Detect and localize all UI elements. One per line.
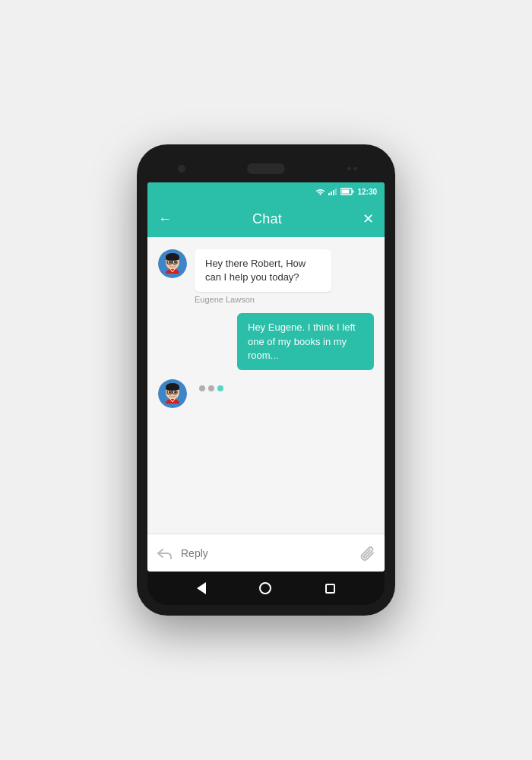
camera [178, 165, 185, 173]
dot2 [353, 167, 357, 171]
phone-device: 12:30 ← Chat ✕ [137, 144, 395, 616]
svg-point-0 [320, 194, 321, 195]
attach-icon[interactable] [360, 546, 375, 561]
wifi-icon [315, 188, 325, 195]
home-circle [259, 582, 271, 594]
nav-back-button[interactable] [197, 582, 206, 594]
input-bar [147, 534, 385, 572]
avatar-eugene [158, 249, 187, 278]
svg-point-22 [174, 391, 176, 394]
typing-dot-1 [199, 385, 205, 391]
nav-home-button[interactable] [259, 582, 271, 594]
signal-icon [328, 188, 337, 195]
typing-indicator [195, 379, 228, 397]
received-bubble: Hey there Robert, How can I help you tod… [195, 249, 331, 292]
sender-name: Eugene Lawson [195, 295, 331, 304]
app-header: ← Chat ✕ [147, 201, 385, 237]
received-text: Hey there Robert, How can I help you tod… [205, 258, 306, 283]
dot1 [347, 167, 351, 171]
message-row-received: Hey there Robert, How can I help you tod… [158, 249, 374, 304]
svg-rect-11 [166, 257, 179, 260]
sent-bubble: Hey Eugene. I think I left one of my boo… [237, 313, 374, 370]
avatar-svg [158, 249, 187, 278]
message-row-typing [158, 379, 374, 408]
nav-recents-button[interactable] [325, 584, 335, 594]
svg-rect-7 [353, 191, 354, 193]
svg-point-21 [169, 391, 171, 394]
header-title: Chat [252, 211, 282, 227]
svg-rect-20 [166, 387, 179, 390]
dots [347, 167, 357, 171]
typing-dot-2 [208, 385, 214, 391]
reply-input[interactable] [181, 547, 353, 559]
battery-icon [340, 188, 354, 195]
svg-point-12 [169, 261, 171, 264]
received-message-content: Hey there Robert, How can I help you tod… [195, 249, 331, 304]
status-time: 12:30 [357, 188, 377, 196]
typing-dot-3 [217, 385, 223, 391]
back-triangle [197, 582, 206, 594]
phone-screen: 12:30 ← Chat ✕ [147, 182, 385, 572]
recents-square [325, 584, 335, 594]
sent-text: Hey Eugene. I think I left one of my boo… [248, 321, 356, 360]
status-icons: 12:30 [315, 188, 377, 196]
close-button[interactable]: ✕ [363, 211, 374, 227]
phone-nav-bar [147, 572, 385, 605]
message-row-sent: Hey Eugene. I think I left one of my boo… [158, 313, 374, 370]
avatar-typing [158, 379, 187, 408]
svg-rect-1 [328, 193, 330, 195]
chat-area: Hey there Robert, How can I help you tod… [147, 237, 385, 534]
status-bar: 12:30 [147, 182, 385, 201]
svg-rect-6 [342, 190, 350, 194]
avatar-typing-svg [158, 379, 187, 408]
svg-point-13 [174, 261, 176, 264]
speaker [247, 163, 285, 174]
back-button[interactable]: ← [158, 211, 172, 227]
svg-rect-3 [333, 190, 334, 195]
phone-top-bar [147, 155, 385, 182]
svg-rect-4 [335, 188, 337, 195]
reply-icon[interactable] [157, 546, 173, 560]
svg-rect-2 [331, 192, 332, 195]
